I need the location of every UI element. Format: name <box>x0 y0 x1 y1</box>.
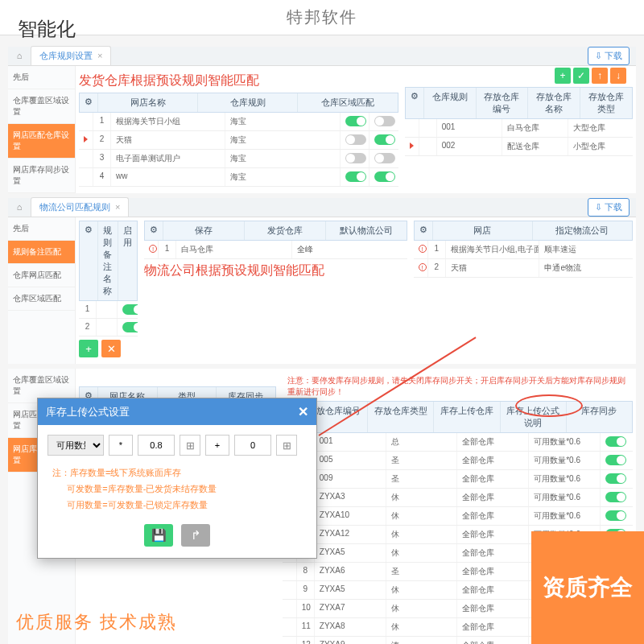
table-row[interactable]: !2天猫申通e物流 <box>414 259 633 278</box>
quantity-select[interactable]: 可用数量 <box>47 435 104 456</box>
cell: ZYXA5 <box>315 544 386 562</box>
toggle[interactable] <box>605 455 626 465</box>
delete-button[interactable]: ✕ <box>101 340 121 357</box>
toggle[interactable] <box>122 322 138 332</box>
home-icon[interactable]: ⌂ <box>8 46 31 65</box>
download-button[interactable]: ⇩ 下载 <box>588 198 630 217</box>
save-button[interactable]: 💾 <box>144 524 173 547</box>
gear-icon[interactable]: ⚙ <box>145 221 163 240</box>
sidebar-item[interactable]: 网店匹配仓库设置 <box>8 124 75 159</box>
sidebar-item[interactable]: 仓库覆盖区域设置 <box>8 89 75 124</box>
cell: 001 <box>437 119 502 137</box>
cell: 小型仓库 <box>568 138 633 155</box>
dialog-title: 库存上传公式设置 <box>46 405 130 419</box>
toggle[interactable] <box>605 510 626 521</box>
calculator-icon[interactable]: ⊞ <box>276 435 297 456</box>
cell: 根据海关节日小组,电子面单,京东测试 <box>446 241 540 258</box>
calculator-icon[interactable]: ⊞ <box>180 435 200 456</box>
sidebar-item[interactable]: 仓库区域匹配 <box>8 287 75 311</box>
value2-input[interactable] <box>234 435 271 456</box>
warning-note: 注意：要停发库存同步规则，请先关闭库存同步开关；开启库存同步开关后方能对库存同步… <box>283 372 633 401</box>
tab-logistics-rule[interactable]: 物流公司匹配规则× <box>31 197 129 217</box>
up-button[interactable]: ↑ <box>592 68 608 84</box>
toggle[interactable] <box>345 134 366 145</box>
table-row[interactable]: 2天猫海宝 <box>79 131 398 150</box>
gear-icon[interactable]: ⚙ <box>80 221 98 300</box>
toggle[interactable] <box>605 473 626 484</box>
table-row[interactable]: 001白马仓库大型仓库 <box>405 119 633 138</box>
table-row[interactable]: 1001总全部仓库可用数量*0.6 <box>283 433 633 452</box>
cell: 休 <box>386 526 458 543</box>
toggle[interactable] <box>374 153 395 163</box>
cell: 休 <box>386 489 458 506</box>
toggle[interactable] <box>345 153 366 163</box>
cell: 海宝 <box>225 150 340 167</box>
table-row[interactable]: 4ZYXA3休全部仓库可用数量*0.6 <box>283 489 633 507</box>
sidebar-item[interactable]: 规则备注匹配 <box>8 241 75 264</box>
gear-icon[interactable]: ⚙ <box>80 93 98 112</box>
table-row[interactable]: 1根据海关节日小组海宝 <box>79 113 398 131</box>
dialog-title-bar[interactable]: 库存上传公式设置 ✕ <box>38 398 316 425</box>
cell: 可用数量*0.6 <box>529 433 601 451</box>
cell: 总 <box>386 433 458 451</box>
value1-input[interactable] <box>138 435 175 456</box>
column-header: 存放仓库类型 <box>368 402 434 432</box>
table-row[interactable]: 4ww海宝 <box>79 168 398 187</box>
cell: 全部仓库 <box>457 507 529 525</box>
add-button[interactable]: + <box>555 68 571 84</box>
top-bar: 特邦软件 <box>0 0 644 35</box>
close-icon[interactable]: ✕ <box>298 404 308 419</box>
gear-icon[interactable]: ⚙ <box>415 221 433 240</box>
cell: ZYXA3 <box>315 489 386 506</box>
cell: 休 <box>386 507 458 525</box>
operator1-input[interactable] <box>109 435 133 456</box>
cell: 天猫 <box>446 259 540 277</box>
sidebar-item[interactable]: 先后 <box>8 66 75 89</box>
cell: 全部仓库 <box>457 544 529 562</box>
toggle[interactable] <box>605 436 626 447</box>
cell: 005 <box>315 452 386 469</box>
cell: ZYXA12 <box>315 526 386 543</box>
sidebar: 先后仓库覆盖区域设置网店匹配仓库设置网店库存同步设置 <box>8 66 76 193</box>
toggle[interactable] <box>374 134 395 145</box>
exit-button[interactable]: ↱ <box>181 524 210 547</box>
close-icon[interactable]: × <box>115 202 120 212</box>
toggle[interactable] <box>374 116 395 126</box>
brand-name: 特邦软件 <box>287 6 357 28</box>
sidebar-item[interactable]: 网店库存同步设置 <box>8 159 75 193</box>
close-icon[interactable]: × <box>97 51 102 60</box>
table-row[interactable]: 002配送仓库小型仓库 <box>405 138 633 156</box>
section-title: 发货仓库根据预设规则智能匹配 <box>79 69 398 93</box>
download-button[interactable]: ⇩ 下载 <box>588 47 630 65</box>
sidebar-item[interactable]: 仓库网店匹配 <box>8 264 75 287</box>
table-row[interactable]: 2005圣全部仓库可用数量*0.6 <box>283 452 633 470</box>
cell: 可用数量*0.6 <box>529 507 601 525</box>
toggle[interactable] <box>374 171 395 182</box>
cell: 天猫 <box>111 131 225 149</box>
footer-tagline: 优质服务 技术成熟 <box>16 610 177 634</box>
table-row[interactable]: 5ZYXA10休全部仓库可用数量*0.6 <box>283 507 633 526</box>
operator2-input[interactable] <box>205 435 229 456</box>
column-header: 发货仓库 <box>245 221 326 240</box>
home-icon[interactable]: ⌂ <box>8 197 31 217</box>
table-row[interactable]: 3电子面单测试用户海宝 <box>79 150 398 168</box>
sidebar-item[interactable]: 先后 <box>8 217 75 241</box>
add-button[interactable]: + <box>79 340 98 357</box>
table-row[interactable]: 3009圣全部仓库可用数量*0.6 <box>283 470 633 489</box>
toggle[interactable] <box>345 171 366 182</box>
cell: ZYXA7 <box>315 600 386 617</box>
tab-warehouse-rule[interactable]: 仓库规则设置× <box>31 46 111 65</box>
save-button[interactable]: ✓ <box>573 68 589 84</box>
panel-logistics-rules: ⌂ 物流公司匹配规则× ⇩ 下载 先后规则备注匹配仓库网店匹配仓库区域匹配 ⚙规… <box>8 198 636 364</box>
toggle[interactable] <box>122 304 138 315</box>
cell: 休 <box>386 581 458 599</box>
table-row[interactable]: !1白马仓库全峰 <box>144 241 407 259</box>
column-header: 仓库规则 <box>198 93 298 112</box>
table-row[interactable]: !1根据海关节日小组,电子面单,京东测试顺丰速运 <box>414 241 633 259</box>
toggle[interactable] <box>605 492 626 502</box>
toggle[interactable] <box>345 116 366 126</box>
down-button[interactable]: ↓ <box>610 68 626 84</box>
gear-icon[interactable]: ⚙ <box>406 88 424 118</box>
cell: 全部仓库 <box>457 526 529 543</box>
cell: 申通e物流 <box>539 259 633 277</box>
